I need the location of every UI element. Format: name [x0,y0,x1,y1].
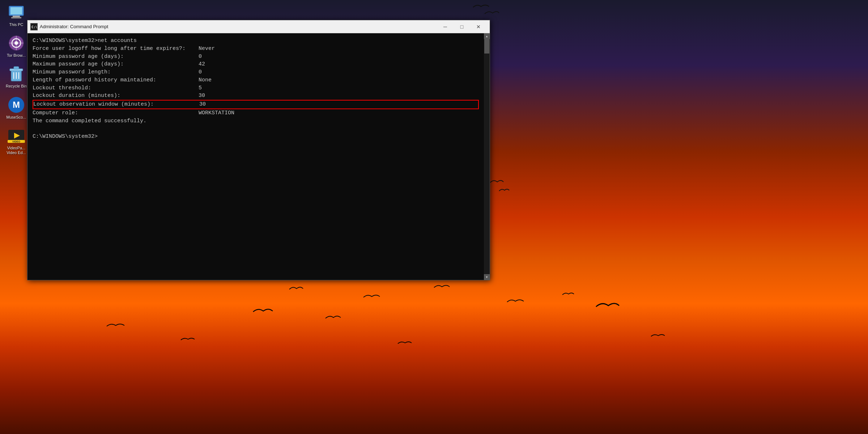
terminal-body: C:\WINDOWS\system32>net accounts Force u… [27,33,490,280]
svg-text:C:\: C:\ [31,25,37,29]
videopad-icon: VIDEO [8,127,25,144]
cmd-window-icon: C:\ [30,23,38,30]
musescore-label: MuseSco... [6,115,26,120]
terminal-line-12 [33,125,479,133]
minimize-button[interactable]: ─ [437,20,454,33]
title-bar: C:\ Administrator: Command Prompt ─ □ ✕ [27,20,490,33]
cmd-window: C:\ Administrator: Command Prompt ─ □ ✕ … [27,20,490,280]
scroll-up-arrow[interactable]: ▲ [484,33,490,39]
recycle-bin-icon [8,65,25,82]
window-controls: ─ □ ✕ [437,20,487,33]
terminal-scrollbar[interactable]: ▲ ▼ [484,33,490,280]
tor-browser-label: Tor Brow... [7,53,26,58]
desktop-icon-musescore[interactable]: M MuseSco... [2,96,31,120]
videopad-label: VideoPa... Video Ed... [7,146,26,155]
terminal-content[interactable]: C:\WINDOWS\system32>net accounts Force u… [27,33,484,280]
terminal-line-3: Minimum password age (days): 0 [33,53,479,61]
maximize-button[interactable]: □ [454,20,470,33]
terminal-line-11: The command completed successfully. [33,117,479,125]
this-pc-icon [8,4,25,21]
desktop-icon-this-pc[interactable]: This PC [2,4,31,27]
scroll-down-arrow[interactable]: ▼ [484,274,490,280]
terminal-line-1: C:\WINDOWS\system32>net accounts [33,37,479,45]
svg-text:M: M [13,100,20,110]
terminal-line-5: Minimum password length: 0 [33,68,479,76]
terminal-line-7: Lockout threshold: 5 [33,84,479,92]
desktop-icon-recycle-bin[interactable]: Recycle Bin [2,65,31,89]
window-title: Administrator: Command Prompt [40,24,437,29]
desktop-icon-tor-browser[interactable]: Tor Brow... [2,34,31,58]
terminal-line-9-highlighted: Lockout observation window (minutes): 30 [33,100,479,109]
scroll-thumb[interactable] [484,39,489,54]
musescore-icon: M [8,96,25,114]
scroll-track[interactable] [484,39,490,274]
terminal-line-13: C:\WINDOWS\system32> [33,133,479,141]
terminal-line-2: Force user logoff how long after time ex… [33,45,479,53]
desktop-icon-videopad[interactable]: VIDEO VideoPa... Video Ed... [2,127,31,155]
svg-text:VIDEO: VIDEO [12,140,20,143]
terminal-line-4: Maximum password age (days): 42 [33,60,479,68]
tor-browser-icon [8,34,25,52]
svg-rect-11 [14,67,19,69]
svg-rect-3 [11,17,21,18]
desktop: This PC Tor Brow... [0,0,868,434]
svg-rect-1 [10,7,22,14]
close-button[interactable]: ✕ [470,20,487,33]
terminal-line-6: Length of password history maintained: N… [33,76,479,84]
terminal-line-8: Lockout duration (minutes): 30 [33,92,479,100]
recycle-bin-label: Recycle Bin [6,84,27,89]
svg-rect-2 [13,16,20,17]
terminal-line-10: Computer role: WORKSTATION [33,109,479,117]
this-pc-label: This PC [9,22,23,27]
